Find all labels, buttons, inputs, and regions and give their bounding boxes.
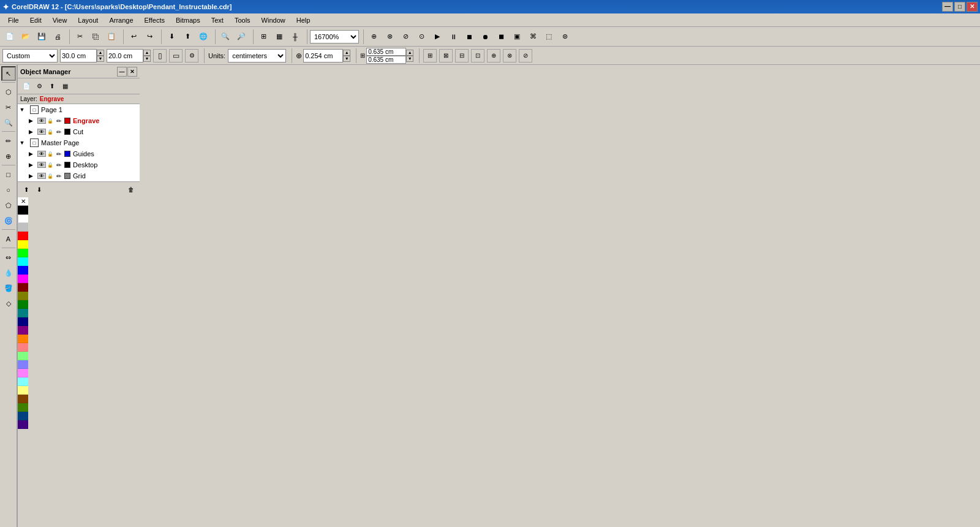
color-swatch-orchid[interactable] (18, 369, 28, 377)
menu-bitmaps[interactable]: Bitmaps (170, 15, 206, 26)
color-swatch-olive[interactable] (18, 292, 28, 300)
color-swatch-brown[interactable] (18, 395, 28, 403)
color-swatch-purple[interactable] (18, 326, 28, 335)
tree-item-engrave[interactable]: ▶ 👁 🔒 ✏ Engrave (18, 115, 140, 126)
export-button[interactable]: ⬆ (180, 29, 195, 44)
color-swatch-violet[interactable] (18, 420, 28, 429)
color-swatch-cyan[interactable] (18, 257, 28, 266)
color-swatch-darkred[interactable] (18, 283, 28, 292)
outline-tool[interactable]: ◇ (1, 296, 16, 311)
tree-item-page1[interactable]: ▼ □ Page 1 (18, 104, 140, 115)
freehand-tool[interactable]: ✏ (1, 134, 16, 148)
grid-button[interactable]: ▦ (272, 29, 287, 44)
color-swatch-darkgreen[interactable] (18, 300, 28, 309)
interactive-tool[interactable]: ⇔ (1, 250, 16, 265)
tree-item-masterpage[interactable]: ▼ □ Master Page (18, 137, 140, 148)
desktop-visibility-icon[interactable]: 👁 (37, 162, 46, 168)
xy-up[interactable]: ▲ (406, 50, 413, 56)
maximize-button[interactable]: □ (954, 2, 965, 12)
color-swatch-lime[interactable] (18, 403, 28, 412)
menu-window[interactable]: Window (256, 15, 291, 26)
new-button[interactable]: 📄 (2, 29, 17, 44)
xy-down[interactable]: ▼ (406, 56, 413, 62)
tb-extra-7[interactable]: ⏹ (462, 29, 477, 44)
fill-tool[interactable]: 🪣 (1, 281, 16, 295)
undo-button[interactable]: ↩ (126, 29, 141, 44)
tb-extra-2[interactable]: ⊗ (382, 29, 397, 44)
desktop-edit-icon[interactable]: ✏ (55, 161, 63, 169)
color-swatch-navy[interactable] (18, 317, 28, 326)
obj-expand-button[interactable]: ▦ (59, 80, 71, 93)
import-button[interactable]: ⬇ (164, 29, 179, 44)
color-swatch-pink[interactable] (18, 343, 28, 352)
engrave-lock-icon[interactable]: 🔒 (47, 118, 53, 124)
tb-extra-4[interactable]: ⊙ (414, 29, 429, 44)
layer-properties-button[interactable]: ⚙ (33, 80, 45, 93)
prop-btn5[interactable]: ⊕ (487, 49, 500, 63)
tb-extra-8[interactable]: ⏺ (478, 29, 492, 44)
save-button[interactable]: 💾 (34, 29, 49, 44)
tb-extra-6[interactable]: ⏸ (446, 29, 461, 44)
width-down[interactable]: ▼ (97, 56, 104, 62)
page-width-input[interactable] (60, 49, 97, 63)
color-swatch-teal[interactable] (18, 309, 28, 317)
color-swatch-cream[interactable] (18, 386, 28, 395)
expand-desktop-icon[interactable]: ▶ (28, 162, 34, 168)
menu-text[interactable]: Text (206, 15, 229, 26)
open-button[interactable]: 📂 (18, 29, 33, 44)
new-layer-button[interactable]: 📄 (20, 80, 32, 93)
guidelines-button[interactable]: ╫ (288, 29, 303, 44)
shape-tool[interactable]: ⬡ (1, 85, 16, 99)
obj-delete-button[interactable]: 🗑 (125, 184, 137, 196)
expand-masterpage-icon[interactable]: ▼ (19, 140, 25, 146)
text-tool[interactable]: A (1, 232, 16, 246)
copy-button[interactable]: ⿻ (88, 29, 103, 44)
tree-item-guides[interactable]: ▶ 👁 🔒 ✏ Guides (18, 148, 140, 159)
color-swatch-gray[interactable] (18, 223, 28, 232)
nudge-down[interactable]: ▼ (343, 56, 350, 62)
tb-extra-12[interactable]: ⬚ (541, 29, 556, 44)
obj-bottom-btn1[interactable]: ⬆ (20, 184, 32, 196)
obj-bottom-btn2[interactable]: ⬇ (33, 184, 45, 196)
cut-visibility-icon[interactable]: 👁 (37, 129, 46, 135)
menu-file[interactable]: File (2, 15, 24, 26)
tb-extra-1[interactable]: ⊕ (366, 29, 381, 44)
tree-item-cut[interactable]: ▶ 👁 🔒 ✏ Cut (18, 126, 140, 137)
prop-btn4[interactable]: ⊡ (471, 49, 484, 63)
y-pos-input[interactable] (366, 56, 406, 64)
tb-extra-11[interactable]: ⌘ (526, 29, 540, 44)
snap-button[interactable]: ⊞ (256, 29, 271, 44)
menu-help[interactable]: Help (291, 15, 316, 26)
panel-minimize-button[interactable]: — (117, 67, 127, 77)
grid-visibility-icon[interactable]: 👁 (37, 173, 46, 179)
guides-visibility-icon[interactable]: 👁 (37, 151, 46, 157)
tb-extra-10[interactable]: ▣ (510, 29, 524, 44)
expand-cut-icon[interactable]: ▶ (28, 129, 34, 135)
minimize-button[interactable]: — (942, 2, 953, 12)
polygon-tool[interactable]: ⬠ (1, 198, 16, 213)
page-options-button[interactable]: ⚙ (185, 49, 198, 63)
tb-extra-3[interactable]: ⊘ (398, 29, 413, 44)
grid-edit-icon[interactable]: ✏ (55, 172, 63, 180)
tb-extra-5[interactable]: ▶ (430, 29, 445, 44)
page-height-input[interactable] (107, 49, 143, 63)
prop-btn2[interactable]: ⊠ (439, 49, 453, 63)
ellipse-tool[interactable]: ○ (1, 183, 16, 197)
color-swatch-orange[interactable] (18, 335, 28, 343)
portrait-button[interactable]: ▯ (153, 49, 167, 63)
zoom-tool[interactable]: 🔍 (1, 115, 16, 130)
guides-lock-icon[interactable]: 🔒 (47, 151, 53, 157)
cut-edit-icon[interactable]: ✏ (55, 127, 63, 136)
cut-lock-icon[interactable]: 🔒 (47, 129, 53, 135)
cut-button[interactable]: ✂ (72, 29, 87, 44)
menu-edit[interactable]: Edit (24, 15, 47, 26)
menu-layout[interactable]: Layout (72, 15, 104, 26)
menu-effects[interactable]: Effects (139, 15, 170, 26)
panel-close-button[interactable]: ✕ (127, 67, 137, 77)
color-swatch-none[interactable]: ✕ (18, 197, 28, 206)
height-up[interactable]: ▲ (143, 50, 151, 56)
expand-grid-icon[interactable]: ▶ (28, 173, 34, 179)
close-button[interactable]: ✕ (967, 2, 978, 12)
tree-item-grid[interactable]: ▶ 👁 🔒 ✏ Grid (18, 170, 140, 181)
zoom-dropdown[interactable]: 16700% 100% 200% (310, 30, 359, 44)
